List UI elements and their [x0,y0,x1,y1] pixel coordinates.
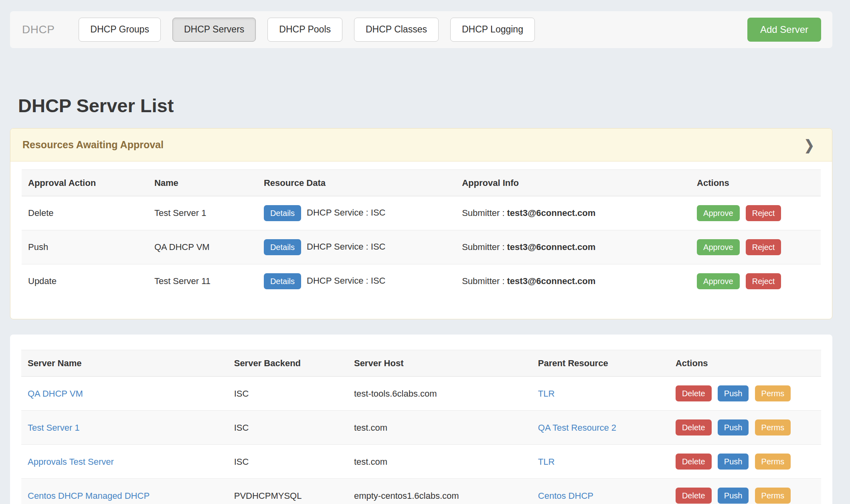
server-name-link[interactable]: Test Server 1 [28,423,80,433]
chevron-right-icon[interactable]: ❯ [804,137,814,153]
perms-button[interactable]: Perms [755,488,791,504]
details-button[interactable]: Details [264,205,301,221]
reject-button[interactable]: Reject [746,205,781,221]
approval-info-cell: Submitter :test3@6connect.com [455,196,690,230]
server-actions-cell: Delete Push Perms [669,411,821,445]
server-row: Centos DHCP Managed DHCP PVDHCPMYSQL emp… [21,479,821,504]
server-table-header-row: Server Name Server Backend Server Host P… [21,350,821,376]
approval-row: Push QA DHCP VM DetailsDHCP Service : IS… [22,230,821,264]
col-approval-action: Approval Action [22,169,148,196]
tab-dhcp-groups[interactable]: DHCP Groups [79,18,161,41]
server-row: Approvals Test Server ISC test.com TLR D… [21,445,821,479]
submitter-email: test3@6connect.com [507,242,596,252]
approvals-table: Approval Action Name Resource Data Appro… [22,169,821,298]
approval-row: Update Test Server 11 DetailsDHCP Servic… [22,264,821,298]
parent-resource-link[interactable]: QA Test Resource 2 [538,423,616,433]
approve-button[interactable]: Approve [697,273,740,289]
perms-button[interactable]: Perms [755,454,791,470]
delete-button[interactable]: Delete [676,385,712,401]
reject-button[interactable]: Reject [746,273,781,289]
resource-data-text: DHCP Service : ISC [307,208,385,218]
col-server-host: Server Host [348,350,532,376]
approvals-table-header-row: Approval Action Name Resource Data Appro… [22,169,821,196]
server-name-cell: Test Server 1 [21,411,228,445]
approve-button[interactable]: Approve [697,239,740,255]
resource-data-cell: DetailsDHCP Service : ISC [257,196,455,230]
details-button[interactable]: Details [264,239,301,255]
parent-resource-cell: TLR [532,377,669,411]
submitter-label: Submitter : [462,242,504,252]
server-host-cell: test-tools.6clabs.com [348,377,532,411]
server-name-link[interactable]: Approvals Test Server [28,457,114,467]
server-name-link[interactable]: Centos DHCP Managed DHCP [28,491,150,501]
delete-button[interactable]: Delete [676,488,712,504]
parent-resource-cell: Centos DHCP [532,479,669,504]
approval-action-cell: Delete [22,196,148,230]
approval-row: Delete Test Server 1 DetailsDHCP Service… [22,196,821,230]
approval-info-cell: Submitter :test3@6connect.com [455,230,690,264]
submitter-label: Submitter : [462,208,504,218]
server-backend-cell: PVDHCPMYSQL [228,479,348,504]
approval-info-cell: Submitter :test3@6connect.com [455,264,690,298]
submitter-email: test3@6connect.com [507,208,596,218]
server-host-cell: test.com [348,411,532,445]
details-button[interactable]: Details [264,273,301,289]
push-button[interactable]: Push [718,385,749,401]
server-actions-cell: Delete Push Perms [669,445,821,479]
approval-action-cell: Push [22,230,148,264]
server-actions-cell: Delete Push Perms [669,479,821,504]
server-host-cell: empty-centos1.6clabs.com [348,479,532,504]
approval-name-cell: QA DHCP VM [148,230,257,264]
delete-button[interactable]: Delete [676,454,712,470]
server-backend-cell: ISC [228,377,348,411]
server-name-cell: QA DHCP VM [21,377,228,411]
col-name: Name [148,169,257,196]
approvals-panel: Resources Awaiting Approval ❯ Approval A… [10,128,832,319]
col-actions: Actions [690,169,821,196]
col-parent-resource: Parent Resource [532,350,669,376]
server-row: QA DHCP VM ISC test-tools.6clabs.com TLR… [21,377,821,411]
server-name-cell: Approvals Test Server [21,445,228,479]
approvals-panel-header[interactable]: Resources Awaiting Approval ❯ [10,129,832,161]
approval-actions-cell: Approve Reject [690,230,821,264]
col-server-name: Server Name [21,350,228,376]
parent-resource-cell: TLR [532,445,669,479]
approvals-panel-title: Resources Awaiting Approval [22,139,164,151]
server-backend-cell: ISC [228,445,348,479]
server-name-link[interactable]: QA DHCP VM [28,389,83,399]
submitter-label: Submitter : [462,276,504,286]
push-button[interactable]: Push [718,419,749,435]
parent-resource-link[interactable]: Centos DHCP [538,491,593,501]
tab-dhcp-pools[interactable]: DHCP Pools [267,18,342,41]
resource-data-text: DHCP Service : ISC [307,276,385,286]
resource-data-cell: DetailsDHCP Service : ISC [257,264,455,298]
server-row: Test Server 1 ISC test.com QA Test Resou… [21,411,821,445]
add-server-button[interactable]: Add Server [747,18,821,42]
delete-button[interactable]: Delete [676,419,712,435]
approval-action-cell: Update [22,264,148,298]
tab-dhcp-servers[interactable]: DHCP Servers [172,18,256,41]
parent-resource-link[interactable]: TLR [538,457,555,467]
server-table: Server Name Server Backend Server Host P… [21,350,821,504]
push-button[interactable]: Push [718,454,749,470]
perms-button[interactable]: Perms [755,419,791,435]
approve-button[interactable]: Approve [697,205,740,221]
server-host-cell: test.com [348,445,532,479]
reject-button[interactable]: Reject [746,239,781,255]
approvals-panel-body: Approval Action Name Resource Data Appro… [10,161,832,319]
tab-dhcp-classes[interactable]: DHCP Classes [354,18,439,41]
parent-resource-link[interactable]: TLR [538,389,555,399]
server-name-cell: Centos DHCP Managed DHCP [21,479,228,504]
section-label: DHCP [22,23,55,36]
submitter-email: test3@6connect.com [507,276,596,286]
col-resource-data: Resource Data [257,169,455,196]
tab-dhcp-logging[interactable]: DHCP Logging [450,18,535,41]
col-server-actions: Actions [669,350,821,376]
server-backend-cell: ISC [228,411,348,445]
perms-button[interactable]: Perms [755,385,791,401]
col-approval-info: Approval Info [455,169,690,196]
parent-resource-cell: QA Test Resource 2 [532,411,669,445]
approval-actions-cell: Approve Reject [690,196,821,230]
push-button[interactable]: Push [718,488,749,504]
server-list-panel: Server Name Server Backend Server Host P… [10,335,832,504]
